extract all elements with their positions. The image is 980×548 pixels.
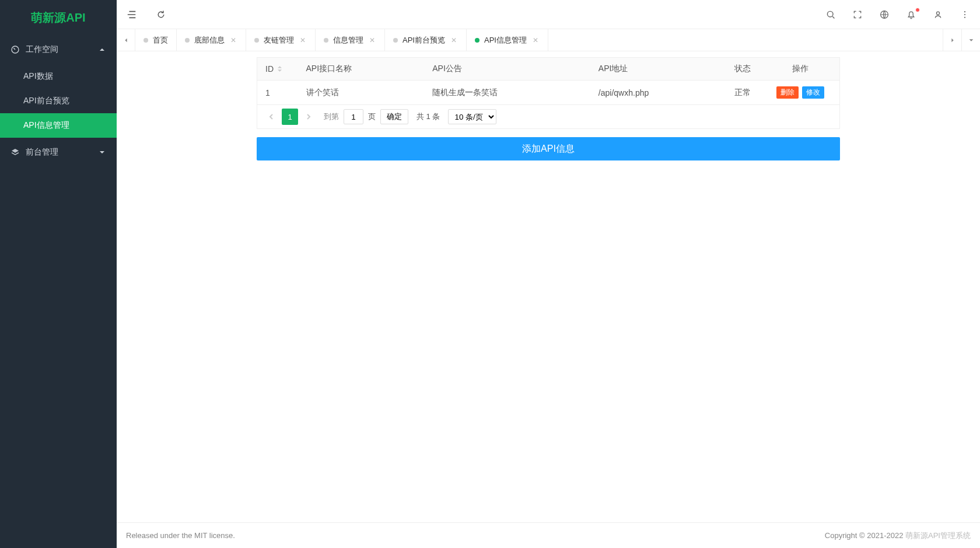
goto-suffix: 页 [368,111,376,122]
notification-badge [915,8,920,12]
layers-icon [10,148,20,157]
tab-label: API信息管理 [484,35,527,46]
content-area: ID API接口名称 API公告 API地址 状态 [117,51,980,522]
api-table: ID API接口名称 API公告 API地址 状态 [257,57,840,105]
tabs-dropdown[interactable] [961,29,980,51]
page-prev[interactable] [263,109,279,125]
refresh-button[interactable] [155,9,167,20]
chevron-up-icon [98,46,106,54]
cell-notice: 随机生成一条笑话 [424,81,590,105]
footer-product: 萌新源API管理系统 [905,531,971,540]
dashboard-icon [10,45,20,54]
header [117,0,980,29]
close-icon[interactable]: ✕ [368,36,376,44]
th-addr: API地址 [590,58,726,81]
sidebar-item-workspace[interactable]: 工作空间 [0,35,117,64]
tab-label: 信息管理 [333,35,363,46]
table-row: 1讲个笑话随机生成一条笑话/api/qwxh.php正常删除修改 [257,81,840,105]
cell-addr: /api/qwxh.php [590,81,726,105]
tab[interactable]: API前台预览✕ [385,29,467,51]
sidebar-item-api-data[interactable]: API数据 [0,64,117,89]
th-notice: API公告 [424,58,590,81]
cell-op: 删除修改 [761,81,840,105]
sidebar-item-label: API数据 [23,71,53,82]
sidebar-toggle-button[interactable] [126,9,138,20]
tab-status-dot [254,38,259,43]
close-icon[interactable]: ✕ [531,36,540,44]
tab[interactable]: 首页 [135,29,177,51]
tab[interactable]: API信息管理✕ [467,29,548,51]
th-name: API接口名称 [298,58,425,81]
th-label: ID [265,64,274,74]
chevron-down-icon [98,148,106,156]
goto-confirm[interactable]: 确定 [380,109,408,124]
edit-button[interactable]: 修改 [802,86,824,99]
tab-label: 首页 [153,35,168,46]
th-state: 状态 [726,58,761,81]
sidebar-item-label: API信息管理 [23,120,69,131]
cell-state: 正常 [726,81,761,105]
more-button[interactable] [959,9,971,20]
tabs-scroll-right[interactable] [943,29,961,51]
tab-label: 友链管理 [264,35,294,46]
tab[interactable]: 信息管理✕ [316,29,385,51]
tab[interactable]: 友链管理✕ [246,29,316,51]
sidebar: 萌新源API 工作空间 API数据 API前台预览 API信 [0,0,117,548]
sidebar-item-api-preview[interactable]: API前台预览 [0,89,117,113]
notifications-button[interactable] [905,9,917,20]
sort-icon [277,65,282,72]
app-logo: 萌新源API [0,0,117,35]
goto-input[interactable] [344,109,363,124]
th-id[interactable]: ID [257,58,298,81]
tab-label: API前台预览 [402,35,445,46]
delete-button[interactable]: 删除 [776,86,799,99]
sidebar-item-frontend[interactable]: 前台管理 [0,138,117,167]
close-icon[interactable]: ✕ [299,36,307,44]
footer-copyright: Copyright © 2021-2022 [825,531,905,540]
svg-point-5 [964,13,965,15]
page-size-select[interactable]: 10 条/页 [448,109,496,124]
tab-status-dot [324,38,328,43]
tab-status-dot [144,38,148,43]
th-op: 操作 [761,58,840,81]
page-next[interactable] [300,109,317,125]
tab-label: 底部信息 [194,35,225,46]
footer: Released under the MIT license. Copyrigh… [117,522,980,548]
svg-point-6 [964,16,965,18]
cell-id: 1 [257,81,298,105]
user-button[interactable] [932,9,944,20]
pagination: 1 到第 页 确定 共 1 条 10 条/页 [257,105,840,129]
sidebar-item-label: 前台管理 [26,147,58,158]
close-icon[interactable]: ✕ [450,36,458,44]
tab-status-dot [185,38,190,43]
cell-name: 讲个笑话 [298,81,425,105]
sidebar-menu: 工作空间 API数据 API前台预览 API信息管理 前 [0,35,117,548]
goto-prefix: 到第 [324,111,339,122]
footer-left: Released under the MIT license. [126,531,235,540]
tab-status-dot [475,38,480,43]
tabs-bar: 首页底部信息✕友链管理✕信息管理✕API前台预览✕API信息管理✕ [117,29,980,51]
tabs-scroll-left[interactable] [117,29,135,51]
sidebar-item-label: API前台预览 [23,96,69,106]
tab[interactable]: 底部信息✕ [177,29,246,51]
sidebar-item-api-info[interactable]: API信息管理 [0,113,117,138]
svg-point-3 [936,12,939,15]
page-number[interactable]: 1 [282,109,298,125]
close-icon[interactable]: ✕ [229,36,237,44]
search-button[interactable] [825,9,836,20]
add-api-button[interactable]: 添加API信息 [257,137,840,160]
sidebar-item-label: 工作空间 [26,44,58,55]
svg-point-1 [827,11,833,17]
fullscreen-button[interactable] [852,9,863,20]
page-total: 共 1 条 [416,111,440,122]
tab-status-dot [393,38,398,43]
svg-point-4 [964,11,965,12]
language-button[interactable] [878,9,890,20]
